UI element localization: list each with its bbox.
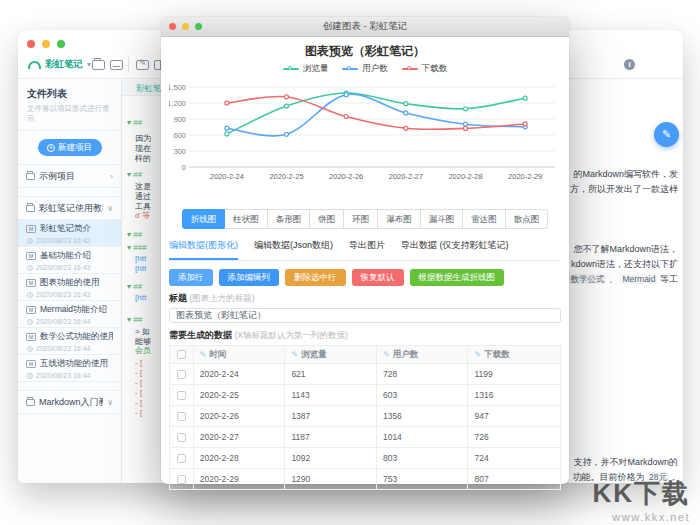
- row-checkbox[interactable]: [177, 475, 186, 484]
- chevron-down-icon: ∨: [107, 398, 113, 407]
- desktop: 彩虹笔记 ▾ i 文件列表 文件将以项目形式进行显示 + 新建项目 示例项目 ›: [0, 0, 700, 525]
- row-checkbox[interactable]: [177, 370, 186, 379]
- sidebar-folder-tutorial[interactable]: 彩虹笔记使用教程 ∨: [18, 196, 121, 220]
- tab-line-chart[interactable]: 折线图: [182, 209, 226, 229]
- table-row: 2020-2-26 1387 1356 947: [170, 406, 560, 427]
- svg-text:2020-2-29: 2020-2-29: [508, 172, 542, 181]
- open-folder-icon[interactable]: [92, 60, 105, 70]
- row-checkbox[interactable]: [177, 412, 186, 421]
- edit-column-icon[interactable]: ✎: [474, 350, 481, 359]
- row-checkbox[interactable]: [177, 454, 186, 463]
- table-row: 2020-2-29 1290 753 807: [170, 469, 560, 490]
- code-chip: 数学公式: [568, 274, 606, 284]
- folder-icon: [26, 399, 35, 406]
- tab-export-image[interactable]: 导出图片: [349, 239, 385, 260]
- edit-icon[interactable]: [136, 60, 149, 70]
- minimize-button[interactable]: [182, 23, 189, 30]
- preview-text: 支持，并不对Markdown的: [573, 456, 678, 469]
- add-row-button[interactable]: 添加行: [169, 269, 213, 286]
- editor-fragment: [htt [htt: [135, 254, 146, 274]
- sidebar-note-math[interactable]: M数学公式功能的使用 2020/08/23 16:44: [18, 328, 121, 355]
- markdown-file-icon: M: [26, 333, 36, 341]
- tab-scatter-chart[interactable]: 散点图: [506, 209, 549, 229]
- chart-svg: 03006009001,2001,5002020-2-242020-2-2520…: [169, 77, 561, 189]
- tab-bar-chart[interactable]: 柱状图: [225, 209, 268, 229]
- markdown-preview: ✎ 的Markdown编写软件，发 方，所以开发出了一款这样 您不了解Markd…: [568, 80, 683, 483]
- minimize-button[interactable]: [42, 40, 50, 48]
- sidebar-note-mermaid[interactable]: MMermaid功能介绍 2020/08/23 16:44: [18, 301, 121, 328]
- clock-icon: [27, 292, 33, 298]
- archive-icon[interactable]: [110, 60, 123, 70]
- data-tabs: 编辑数据(图形化) 编辑数据(Json数组) 导出图片 导出数据 (仅支持彩虹笔…: [169, 239, 561, 261]
- sidebar-note-basic[interactable]: M基础功能介绍 2020/08/23 16:43: [18, 247, 121, 274]
- chevron-down-icon: ▾: [87, 60, 91, 69]
- legend-item[interactable]: 浏览量: [283, 63, 329, 75]
- markdown-file-icon: M: [26, 225, 36, 233]
- info-icon[interactable]: i: [624, 59, 635, 70]
- tab-radar-chart[interactable]: 雷达图: [463, 209, 506, 229]
- tab-hbar-chart[interactable]: 条形图: [268, 209, 311, 229]
- dialog-titlebar[interactable]: 创建图表 - 彩虹笔记: [161, 17, 569, 37]
- table-header-row: ✎时间 ✎浏览量 ✎用户数 ✎下载数: [170, 346, 560, 364]
- tab-edit-data-json[interactable]: 编辑数据(Json数组): [254, 239, 333, 260]
- svg-text:900: 900: [173, 115, 186, 124]
- tab-edit-data-visual[interactable]: 编辑数据(图形化): [169, 239, 238, 260]
- select-all-checkbox[interactable]: [177, 350, 186, 359]
- sidebar-note-chart[interactable]: M图表功能的使用 2020/08/23 16:43: [18, 274, 121, 301]
- code-chip: Mermaid: [620, 274, 657, 284]
- sidebar: 文件列表 文件将以项目形式进行显示 + 新建项目 示例项目 › 彩虹笔记使用教程…: [18, 80, 122, 483]
- markdown-file-icon: M: [26, 252, 36, 260]
- chart-title-input[interactable]: [169, 308, 561, 323]
- svg-text:2020-2-25: 2020-2-25: [269, 172, 303, 181]
- legend-item[interactable]: 用户数: [342, 63, 388, 75]
- tab-waterfall-chart[interactable]: 瀑布图: [378, 209, 421, 229]
- zoom-button[interactable]: [57, 40, 65, 48]
- zoom-button[interactable]: [195, 23, 202, 30]
- edit-column-icon[interactable]: ✎: [383, 350, 390, 359]
- sidebar-subtitle: 文件将以项目形式进行显示: [18, 101, 121, 131]
- clock-icon: [27, 238, 33, 244]
- preview-text: 的Markdown编写软件，发: [573, 168, 678, 181]
- edit-column-icon[interactable]: ✎: [200, 350, 207, 359]
- watermark-brand: KK下载: [592, 476, 690, 511]
- tab-pie-chart[interactable]: 饼图: [310, 209, 344, 229]
- delete-rows-button[interactable]: 删除选中行: [285, 269, 346, 286]
- add-column-button[interactable]: 添加编辑列: [219, 269, 280, 286]
- legend-item[interactable]: 下载数: [402, 63, 448, 75]
- window-controls: [27, 40, 65, 48]
- table-row: 2020-2-24 621 728 1199: [170, 364, 560, 385]
- new-project-button[interactable]: + 新建项目: [38, 139, 102, 156]
- editor-fragment: ▾ ##: [127, 118, 142, 128]
- app-logo[interactable]: 彩虹笔记 ▾: [28, 58, 91, 71]
- data-section-label: 需要生成的数据 (X轴标题默认为第一列的数据): [169, 329, 561, 342]
- sidebar-note-staff[interactable]: M五线谱功能的使用 2020/08/23 16:44: [18, 355, 121, 382]
- svg-text:1,500: 1,500: [169, 83, 186, 92]
- restore-default-button[interactable]: 恢复默认: [352, 269, 404, 286]
- line-marker-icon: [402, 65, 418, 73]
- sidebar-folder-example[interactable]: 示例项目 ›: [18, 164, 121, 188]
- markdown-file-icon: M: [26, 306, 36, 314]
- tab-ring-chart[interactable]: 环图: [344, 209, 378, 229]
- close-button[interactable]: [27, 40, 35, 48]
- plus-icon: +: [47, 144, 55, 152]
- editor-fragment: 因为 现在 样的: [135, 134, 151, 164]
- editor-fragment: - [ - [ - [ - [ - [ - [: [135, 358, 142, 418]
- row-checkbox[interactable]: [177, 391, 186, 400]
- edit-fab-button[interactable]: ✎: [654, 122, 679, 147]
- tab-funnel-chart[interactable]: 漏斗图: [421, 209, 464, 229]
- close-button[interactable]: [169, 23, 176, 30]
- markdown-file-icon: M: [26, 360, 36, 368]
- folder-icon: [26, 205, 35, 212]
- preview-text: 方，所以开发出了一款这样: [570, 183, 678, 196]
- edit-column-icon[interactable]: ✎: [291, 350, 298, 359]
- row-checkbox[interactable]: [177, 433, 186, 442]
- sidebar-note-intro[interactable]: M彩虹笔记简介 2020/08/23 16:42: [18, 220, 121, 247]
- sidebar-folder-markdown[interactable]: Markdown入门教程 ∨: [18, 390, 121, 414]
- generate-chart-button[interactable]: 根据数据生成折线图: [410, 269, 505, 286]
- title-field-label: 标题 (图表上方的标题): [169, 292, 561, 305]
- clock-icon: [27, 346, 33, 352]
- markdown-file-icon: M: [26, 279, 36, 287]
- svg-text:600: 600: [173, 131, 186, 140]
- tab-export-data[interactable]: 导出数据 (仅支持彩虹笔记): [401, 239, 509, 260]
- chart-legend: 浏览量 用户数 下载数: [161, 63, 569, 75]
